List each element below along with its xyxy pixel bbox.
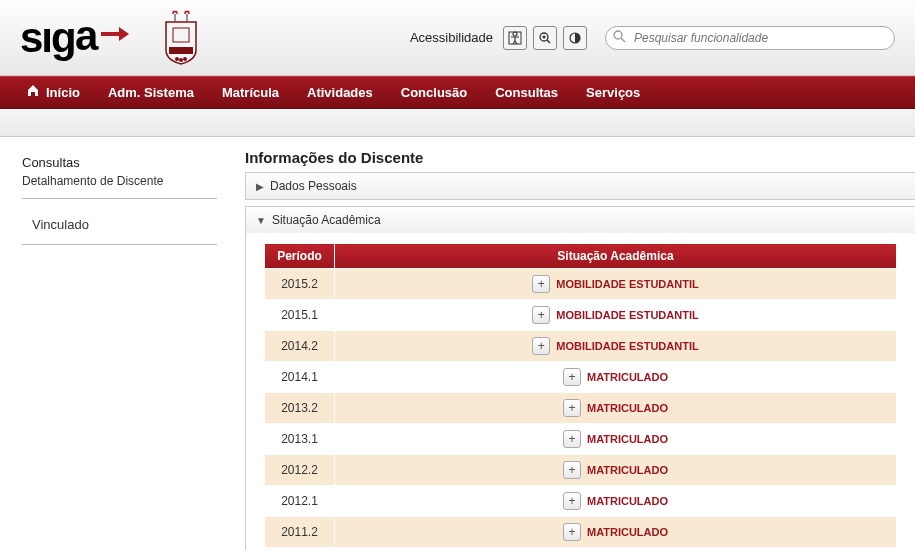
institution-shield-icon [161, 10, 201, 65]
nav-label: Consultas [495, 76, 558, 109]
period-cell: 2012.1 [265, 486, 335, 517]
nav-servicos[interactable]: Serviços [572, 76, 654, 109]
table-row: 2014.2+MOBILIDADE ESTUDANTIL [265, 331, 897, 362]
status-label: MOBILIDADE ESTUDANTIL [556, 278, 698, 290]
svg-text:a: a [75, 16, 99, 59]
status-cell: +MATRICULADO [335, 362, 897, 393]
nav-adm-sistema[interactable]: Adm. Sistema [94, 76, 208, 109]
status-cell: +MATRICULADO [335, 393, 897, 424]
accessibility-zoom-button[interactable] [533, 26, 557, 50]
nav-atividades[interactable]: Atividades [293, 76, 387, 109]
search-box [605, 26, 895, 50]
table-row: 2015.1+MOBILIDADE ESTUDANTIL [265, 300, 897, 331]
logo-arrow-icon: a [75, 16, 131, 60]
accessibility-contrast-button[interactable] [563, 26, 587, 50]
period-cell: 2014.1 [265, 362, 335, 393]
status-cell: +MOBILIDADE ESTUDANTIL [335, 331, 897, 362]
caret-right-icon: ▶ [256, 181, 264, 192]
table-row: 2012.1+MATRICULADO [265, 486, 897, 517]
period-cell: 2013.1 [265, 424, 335, 455]
sidebar: Consultas Detalhamento de Discente Vincu… [0, 149, 225, 550]
logo-group: sıg a [20, 10, 201, 65]
nav-consultas[interactable]: Consultas [481, 76, 572, 109]
sidebar-section: Consultas Detalhamento de Discente [22, 149, 217, 199]
expand-row-button[interactable]: + [563, 430, 581, 448]
expand-row-button[interactable]: + [563, 399, 581, 417]
svg-line-11 [547, 40, 550, 43]
table-row: 2015.2+MOBILIDADE ESTUDANTIL [265, 269, 897, 300]
content-area: Consultas Detalhamento de Discente Vincu… [0, 137, 915, 550]
nav-label: Conclusão [401, 76, 467, 109]
main-column: Informações do Discente ▶ Dados Pessoais… [225, 149, 915, 550]
expand-row-button[interactable]: + [532, 275, 550, 293]
nav-conclusao[interactable]: Conclusão [387, 76, 481, 109]
nav-label: Atividades [307, 76, 373, 109]
panel-header-dados-pessoais[interactable]: ▶ Dados Pessoais [246, 173, 915, 199]
status-cell: +MATRICULADO [335, 424, 897, 455]
nav-label: Adm. Sistema [108, 76, 194, 109]
status-cell: +MATRICULADO [335, 455, 897, 486]
table-row: 2012.2+MATRICULADO [265, 455, 897, 486]
magnifier-icon [538, 31, 552, 45]
panel-title: Situação Acadêmica [272, 213, 381, 227]
main-nav: Início Adm. Sistema Matrícula Atividades… [0, 76, 915, 109]
header-bar: sıg a Acessibilidade [0, 0, 915, 76]
status-label: MOBILIDADE ESTUDANTIL [556, 309, 698, 321]
status-cell: +MATRICULADO [335, 486, 897, 517]
sidebar-item-vinculado[interactable]: Vinculado [22, 205, 217, 245]
svg-rect-3 [169, 47, 193, 54]
nav-label: Serviços [586, 76, 640, 109]
status-cell: +MOBILIDADE ESTUDANTIL [335, 300, 897, 331]
nav-home[interactable]: Início [12, 76, 94, 109]
status-cell: +MATRICULADO [335, 517, 897, 548]
expand-row-button[interactable]: + [563, 523, 581, 541]
svg-point-12 [543, 35, 546, 38]
status-label: MOBILIDADE ESTUDANTIL [556, 340, 698, 352]
home-icon [26, 76, 40, 109]
academic-status-table: Período Situação Acadêmica 2015.2+MOBILI… [264, 243, 897, 548]
contrast-icon [568, 31, 582, 45]
table-row: 2011.2+MATRICULADO [265, 517, 897, 548]
sub-bar [0, 109, 915, 137]
nav-label: Matrícula [222, 76, 279, 109]
table-row: 2013.2+MATRICULADO [265, 393, 897, 424]
col-status: Situação Acadêmica [335, 244, 897, 269]
expand-row-button[interactable]: + [563, 492, 581, 510]
panel-situacao-academica: ▼ Situação Acadêmica Período Situação Ac… [245, 206, 915, 550]
table-row: 2013.1+MATRICULADO [265, 424, 897, 455]
period-cell: 2012.2 [265, 455, 335, 486]
status-label: MATRICULADO [587, 402, 668, 414]
svg-line-15 [621, 38, 625, 42]
expand-row-button[interactable]: + [532, 306, 550, 324]
siga-logo[interactable]: sıg a [20, 14, 131, 62]
panel-body-situacao-academica: Período Situação Acadêmica 2015.2+MOBILI… [246, 233, 915, 550]
expand-row-button[interactable]: + [532, 337, 550, 355]
accessibility-person-button[interactable] [503, 26, 527, 50]
period-cell: 2014.2 [265, 331, 335, 362]
logo-text: sıg [20, 14, 75, 62]
expand-row-button[interactable]: + [563, 368, 581, 386]
status-cell: +MOBILIDADE ESTUDANTIL [335, 269, 897, 300]
page-title: Informações do Discente [245, 149, 915, 166]
panel-dados-pessoais: ▶ Dados Pessoais [245, 172, 915, 200]
expand-row-button[interactable]: + [563, 461, 581, 479]
svg-point-5 [175, 57, 179, 61]
svg-point-14 [614, 31, 622, 39]
svg-point-7 [183, 57, 187, 61]
accessibility-area: Acessibilidade [410, 26, 895, 50]
search-icon [613, 30, 626, 46]
caret-down-icon: ▼ [256, 215, 266, 226]
period-cell: 2011.2 [265, 517, 335, 548]
svg-point-8 [513, 32, 517, 36]
panel-header-situacao-academica[interactable]: ▼ Situação Acadêmica [246, 207, 915, 233]
table-row: 2014.1+MATRICULADO [265, 362, 897, 393]
svg-point-6 [179, 58, 183, 62]
nav-label: Início [46, 76, 80, 109]
status-label: MATRICULADO [587, 433, 668, 445]
person-icon [508, 31, 522, 45]
status-label: MATRICULADO [587, 526, 668, 538]
nav-matricula[interactable]: Matrícula [208, 76, 293, 109]
col-period: Período [265, 244, 335, 269]
status-label: MATRICULADO [587, 464, 668, 476]
search-input[interactable] [605, 26, 895, 50]
